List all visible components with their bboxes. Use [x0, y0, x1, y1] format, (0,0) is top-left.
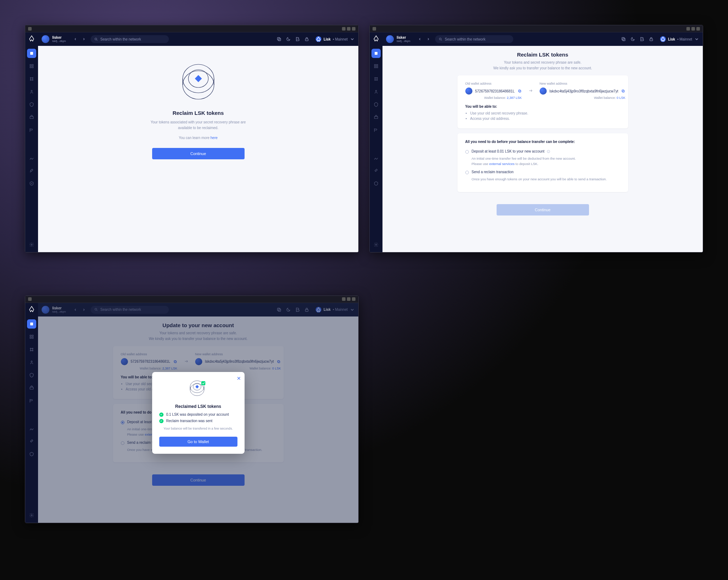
- user-menu[interactable]: lisker lskfj...dtqm: [42, 35, 66, 43]
- check-icon: [159, 413, 164, 417]
- nav-item[interactable]: [27, 371, 36, 380]
- nav-item[interactable]: [27, 113, 36, 122]
- nav-item[interactable]: [27, 424, 36, 433]
- step-reclaim: Send a reclaim transaction: [465, 170, 620, 174]
- abilities-heading: You will be able to:: [465, 105, 620, 108]
- network-selector[interactable]: Lisk • Mainnet: [660, 36, 699, 42]
- nav-item[interactable]: [27, 332, 36, 341]
- nav-item[interactable]: [27, 383, 36, 393]
- success-modal: ✕ Reclaimed LSK tokens 0.1 LSK was depos…: [152, 372, 245, 454]
- nav-item[interactable]: [27, 126, 36, 135]
- nav-item[interactable]: [371, 153, 381, 163]
- nav-back[interactable]: [72, 36, 79, 42]
- modal-title: Reclaimed LSK tokens: [159, 404, 237, 409]
- svg-point-13: [95, 38, 97, 40]
- network-selector[interactable]: Lisk • Mainnet: [316, 36, 355, 42]
- nav-item[interactable]: [27, 74, 36, 84]
- settings-icon[interactable]: [27, 511, 36, 520]
- svg-point-12: [31, 244, 32, 245]
- vault-illustration: [186, 379, 211, 397]
- nav-wallet[interactable]: [371, 49, 381, 58]
- old-balance: 2,387 LSK: [507, 96, 522, 100]
- moon-icon[interactable]: [286, 37, 291, 42]
- avatar: [42, 35, 49, 43]
- svg-rect-14: [278, 38, 281, 41]
- currency-icon[interactable]: [639, 37, 644, 42]
- nav-item[interactable]: [371, 87, 381, 96]
- topbar: lisker lskfj...dtqm Search within the ne…: [382, 32, 703, 46]
- nav-item[interactable]: [27, 449, 36, 459]
- go-to-wallet-button[interactable]: Go to Wallet: [159, 437, 237, 447]
- svg-rect-25: [376, 66, 378, 68]
- svg-rect-23: [376, 64, 378, 66]
- svg-rect-20: [195, 75, 202, 82]
- nav-item[interactable]: [27, 62, 36, 71]
- avatar: [386, 35, 394, 43]
- nav-item[interactable]: [371, 100, 381, 109]
- avatar: [540, 87, 547, 95]
- svg-rect-24: [374, 66, 376, 68]
- settings-icon[interactable]: [371, 240, 381, 249]
- learn-more-link[interactable]: here: [210, 136, 218, 140]
- vault-illustration: [177, 60, 220, 103]
- svg-point-18: [183, 71, 214, 99]
- nav-item[interactable]: [27, 179, 36, 188]
- nav-item[interactable]: [27, 358, 36, 367]
- search-input[interactable]: Search within the network: [435, 35, 513, 43]
- titlebar: [25, 25, 358, 32]
- svg-rect-35: [622, 37, 624, 40]
- svg-rect-21: [375, 52, 378, 55]
- svg-point-11: [30, 172, 31, 172]
- nav-forward[interactable]: [425, 36, 432, 42]
- svg-rect-10: [30, 117, 33, 119]
- nav-item[interactable]: [371, 74, 381, 84]
- nav-forward[interactable]: [81, 36, 87, 42]
- lock-icon[interactable]: [649, 37, 654, 42]
- nav-item[interactable]: [27, 100, 36, 109]
- nav-item[interactable]: [27, 166, 36, 175]
- nav-item[interactable]: [27, 396, 36, 405]
- lisk-logo-icon: [28, 306, 35, 312]
- nav-wallet[interactable]: [27, 49, 36, 58]
- nav-item[interactable]: [371, 179, 381, 188]
- copy-icon[interactable]: [277, 37, 282, 42]
- currency-icon[interactable]: [295, 37, 300, 42]
- svg-rect-40: [622, 90, 624, 92]
- svg-point-8: [32, 80, 33, 80]
- step-deposit: Deposit at least 0.01 LSK to your new ac…: [465, 149, 620, 154]
- chevron-down-icon: [694, 37, 699, 42]
- svg-rect-15: [277, 37, 280, 40]
- external-services-link[interactable]: external services: [489, 162, 514, 166]
- nav-item[interactable]: [27, 87, 36, 96]
- nav-item[interactable]: [371, 62, 381, 71]
- nav-item[interactable]: [371, 126, 381, 135]
- copy-icon[interactable]: [518, 89, 522, 93]
- nav-item[interactable]: [27, 437, 36, 446]
- svg-rect-39: [622, 90, 625, 92]
- moon-icon[interactable]: [630, 37, 635, 42]
- new-balance: 0 LSK: [617, 96, 626, 100]
- info-icon[interactable]: [547, 150, 550, 153]
- close-icon[interactable]: ✕: [237, 376, 241, 381]
- continue-button[interactable]: Continue: [497, 204, 589, 215]
- lock-icon[interactable]: [304, 37, 309, 42]
- nav-item[interactable]: [27, 153, 36, 163]
- copy-icon[interactable]: [621, 89, 625, 93]
- topbar: lisker lskfj...dtqm Search within the ne…: [38, 32, 358, 46]
- titlebar: [25, 296, 358, 303]
- svg-point-51: [31, 361, 32, 362]
- search-input[interactable]: Search within the network: [91, 35, 169, 43]
- svg-point-33: [439, 38, 441, 40]
- nav-back[interactable]: [417, 36, 423, 42]
- page-title: Reclaim LSK tokens: [517, 52, 568, 58]
- nav-wallet[interactable]: [27, 319, 36, 329]
- user-menu[interactable]: lisker lskfj...dtqm: [386, 35, 410, 43]
- continue-button[interactable]: Continue: [152, 148, 245, 159]
- svg-rect-1: [30, 64, 31, 66]
- nav-item[interactable]: [371, 113, 381, 122]
- copy-icon[interactable]: [621, 37, 626, 42]
- settings-icon[interactable]: [27, 240, 36, 249]
- nav-item[interactable]: [371, 166, 381, 175]
- nav-item[interactable]: [27, 345, 36, 354]
- svg-point-53: [31, 515, 32, 516]
